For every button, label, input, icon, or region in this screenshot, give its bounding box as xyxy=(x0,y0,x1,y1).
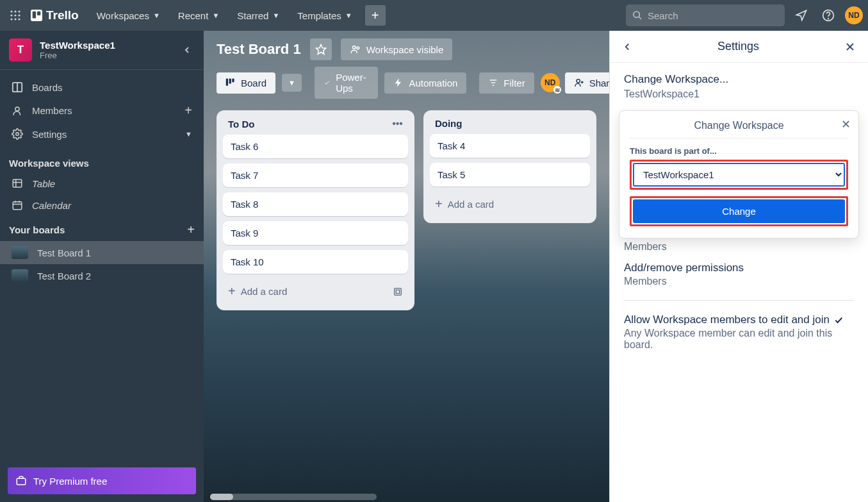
nav-label: Templates xyxy=(297,10,341,21)
workspace-plan: Free xyxy=(40,51,172,60)
add-icon[interactable]: + xyxy=(184,103,192,118)
add-card-label: Add a card xyxy=(448,199,495,210)
list-todo: To Do ••• Task 6 Task 7 Task 8 Task 9 Ta… xyxy=(217,110,414,310)
change-button[interactable]: Change xyxy=(633,199,845,223)
workspace-select[interactable]: TestWorkspace1 xyxy=(633,163,845,187)
svg-point-0 xyxy=(10,10,12,12)
share-button[interactable]: Share xyxy=(565,72,609,94)
btn-label: Power-Ups xyxy=(336,72,369,94)
card[interactable]: Task 7 xyxy=(223,163,408,187)
list-menu-icon[interactable]: ••• xyxy=(392,118,403,130)
svg-point-8 xyxy=(18,18,20,20)
sidebar-view-calendar[interactable]: Calendar xyxy=(0,194,204,216)
notifications-icon[interactable] xyxy=(791,5,812,26)
board-view-button[interactable]: Board xyxy=(217,72,275,94)
svg-line-13 xyxy=(639,17,641,19)
popover-title: Change Workspace xyxy=(630,120,848,138)
create-button[interactable]: + xyxy=(365,5,386,26)
lists-container: To Do ••• Task 6 Task 7 Task 8 Task 9 Ta… xyxy=(204,106,609,314)
sidebar-item-label: Members xyxy=(32,105,176,116)
trello-logo[interactable]: Trello xyxy=(26,8,84,22)
sidebar-board-item[interactable]: Test Board 2 xyxy=(0,264,204,287)
apps-launcher-icon[interactable] xyxy=(5,5,26,26)
popover-close-button[interactable]: ✕ xyxy=(841,117,851,131)
chevron-down-icon: ▼ xyxy=(212,12,219,19)
svg-rect-20 xyxy=(13,180,22,187)
card[interactable]: Task 5 xyxy=(430,163,590,187)
workspace-tile: T xyxy=(9,38,32,62)
allow-edit-join-link[interactable]: Allow Workspace members to edit and join xyxy=(624,314,854,326)
visibility-label: Workspace visible xyxy=(366,44,444,55)
svg-point-3 xyxy=(10,14,12,16)
collapse-sidebar-button[interactable] xyxy=(179,42,195,58)
change-workspace-popover: Change Workspace ✕ This board is part of… xyxy=(619,110,859,238)
logo-text: Trello xyxy=(46,8,79,22)
search-box[interactable] xyxy=(626,4,785,26)
sidebar-item-boards[interactable]: Boards xyxy=(0,76,204,98)
settings-panel: Settings Change Workspace... TestWorkspa… xyxy=(609,31,868,502)
help-icon[interactable] xyxy=(818,5,839,26)
card[interactable]: Task 8 xyxy=(223,192,408,216)
card[interactable]: Task 9 xyxy=(223,221,408,245)
panel-close-button[interactable] xyxy=(844,40,856,53)
nav-templates[interactable]: Templates▼ xyxy=(290,6,359,25)
heading-text: Your boards xyxy=(9,224,65,235)
svg-point-6 xyxy=(10,18,12,20)
svg-rect-33 xyxy=(232,79,234,83)
board-title[interactable]: Test Board 1 xyxy=(217,41,301,58)
member-avatar[interactable]: ND xyxy=(541,73,560,92)
svg-point-5 xyxy=(18,14,20,16)
list-title[interactable]: Doing xyxy=(435,118,585,129)
board-thumb-icon xyxy=(12,246,28,259)
list-title[interactable]: To Do xyxy=(228,119,392,130)
workspace-select-highlight: TestWorkspace1 xyxy=(630,160,848,190)
add-card-button[interactable]: + Add a card xyxy=(223,279,408,304)
template-icon[interactable] xyxy=(393,287,403,297)
sidebar-view-table[interactable]: Table xyxy=(0,172,204,194)
sidebar-item-members[interactable]: Members + xyxy=(0,98,204,123)
btn-label: Filter xyxy=(504,78,525,88)
card[interactable]: Task 6 xyxy=(223,135,408,158)
board-icon xyxy=(225,78,236,88)
user-avatar[interactable]: ND xyxy=(845,6,863,24)
filter-button[interactable]: Filter xyxy=(479,72,534,94)
star-button[interactable] xyxy=(310,38,332,60)
svg-rect-10 xyxy=(33,12,36,19)
horizontal-scrollbar[interactable] xyxy=(210,494,377,500)
search-input[interactable] xyxy=(648,10,778,21)
change-button-highlight: Change xyxy=(630,196,848,226)
commenting-permissions-sub: Members xyxy=(624,241,854,253)
view-switcher-button[interactable]: ▼ xyxy=(282,74,302,92)
add-card-label: Add a card xyxy=(241,286,288,297)
bolt-icon xyxy=(393,78,404,88)
change-workspace-link[interactable]: Change Workspace... xyxy=(624,73,854,86)
current-workspace-label: TestWorkspace1 xyxy=(624,88,854,100)
powerups-button[interactable]: Power-Ups xyxy=(315,67,379,99)
sidebar-item-settings[interactable]: Settings ▼ xyxy=(0,123,204,145)
briefcase-icon xyxy=(15,475,27,487)
workspace-header: T TestWorkspace1 Free xyxy=(0,31,204,70)
nav-recent[interactable]: Recent▼ xyxy=(170,6,227,25)
nav-workspaces[interactable]: Workspaces▼ xyxy=(89,6,168,25)
try-premium-button[interactable]: Try Premium free xyxy=(8,467,196,494)
panel-back-button[interactable] xyxy=(621,41,633,53)
search-icon xyxy=(632,10,643,21)
add-board-icon[interactable]: + xyxy=(187,222,195,237)
nav-label: Starred xyxy=(237,10,268,21)
card[interactable]: Task 10 xyxy=(223,250,408,274)
addremove-permissions-link[interactable]: Add/remove permissions xyxy=(624,262,854,274)
sidebar-board-item[interactable]: Test Board 1 xyxy=(0,241,204,264)
svg-rect-31 xyxy=(226,79,228,86)
card[interactable]: Task 4 xyxy=(430,134,590,158)
svg-point-12 xyxy=(634,12,639,17)
separator xyxy=(624,300,854,301)
visibility-button[interactable]: Workspace visible xyxy=(341,38,453,60)
nav-starred[interactable]: Starred▼ xyxy=(229,6,287,25)
svg-point-18 xyxy=(15,107,19,111)
gear-icon xyxy=(12,128,23,140)
boards-icon xyxy=(12,81,23,93)
check-icon xyxy=(833,315,844,325)
nav-label: Recent xyxy=(178,10,209,21)
automation-button[interactable]: Automation xyxy=(384,72,466,94)
add-card-button[interactable]: + Add a card xyxy=(430,192,590,217)
